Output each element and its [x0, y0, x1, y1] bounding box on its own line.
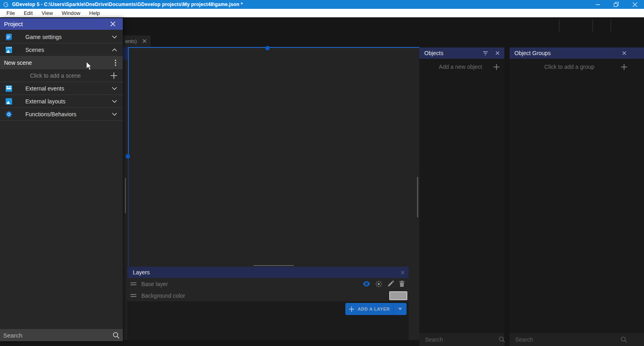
restore-button[interactable] [607, 0, 625, 9]
menu-edit[interactable]: Edit [19, 9, 37, 17]
chevron-down-icon [112, 113, 117, 116]
project-section-scenes[interactable]: Scenes [0, 43, 123, 56]
section-label: External events [25, 85, 64, 92]
project-section-functions-behaviors[interactable]: Functions/Behaviors [0, 108, 123, 121]
chevron-down-icon [112, 35, 117, 39]
panel-resize-handle[interactable] [254, 265, 294, 266]
object-groups-search-bar [510, 333, 644, 346]
search-icon[interactable] [621, 336, 627, 343]
layers-panel-header: Layers [127, 267, 409, 278]
add-scene-label: Click to add a scene [0, 72, 111, 79]
visibility-eye-icon[interactable] [363, 281, 370, 287]
selection-handle-left[interactable] [126, 154, 130, 159]
add-layer-label: ADD A LAYER [358, 307, 390, 311]
layer-actions [389, 291, 409, 300]
objects-panel: Objects Add a new object [419, 47, 504, 346]
tab-label: ents) [125, 38, 137, 44]
layer-row-background[interactable]: Background color [127, 290, 409, 301]
project-panel-title: Project [4, 21, 23, 27]
project-section-external-layouts[interactable]: External layouts [0, 95, 123, 108]
add-layer-dropdown[interactable] [394, 303, 407, 315]
drag-handle-icon[interactable] [130, 282, 136, 285]
section-label: External layouts [25, 98, 66, 105]
mouse-cursor [86, 61, 92, 72]
add-object-plus-icon[interactable] [493, 64, 500, 70]
object-groups-panel-header: Object Groups [510, 47, 644, 59]
project-panel-header: Project [0, 18, 123, 30]
project-section-game-settings[interactable]: Game settings [0, 31, 123, 43]
project-section-external-events[interactable]: External events [0, 82, 123, 95]
external-layouts-icon [5, 98, 12, 105]
window-title: GDevelop 5 - C:\Users\Sparkle\OneDrive\D… [12, 2, 243, 7]
selection-handle-top[interactable] [265, 46, 270, 50]
menu-file[interactable]: File [2, 9, 19, 17]
add-scene-row[interactable]: Click to add a scene [0, 69, 123, 82]
layer-name: Background color [141, 292, 185, 299]
layers-panel-title: Layers [133, 269, 150, 276]
menu-window[interactable]: Window [57, 9, 85, 17]
add-group-plus-icon[interactable] [621, 64, 627, 70]
external-events-icon [5, 85, 12, 92]
add-object-row[interactable]: Add a new object [419, 61, 504, 72]
menu-bar: File Edit View Window Help [0, 9, 644, 17]
add-scene-plus-icon[interactable] [111, 72, 117, 79]
project-close-icon[interactable] [110, 21, 116, 27]
selection-border-left [128, 47, 129, 159]
kebab-menu-icon[interactable] [115, 60, 116, 66]
edit-pencil-icon[interactable] [387, 280, 394, 287]
objects-close-icon[interactable] [495, 51, 500, 55]
vertical-scrollbar-left[interactable] [125, 178, 126, 213]
tab-underline-remnant [123, 47, 128, 60]
section-label: Game settings [25, 34, 62, 40]
layer-row-base[interactable]: Base layer [127, 278, 409, 290]
add-group-row[interactable]: Click to add a group [510, 61, 644, 72]
selection-border-left-lower [128, 159, 129, 267]
add-layer-main[interactable]: ADD A LAYER [345, 303, 393, 315]
object-groups-close-icon[interactable] [622, 51, 626, 55]
layer-name: Base layer [141, 281, 168, 287]
gdevelop-logo-icon [2, 1, 9, 8]
add-group-label: Click to add a group [518, 64, 621, 70]
background-color-swatch[interactable] [389, 291, 407, 300]
project-search-bar [0, 329, 123, 341]
tab-scene-events[interactable]: ents) [123, 35, 151, 47]
layer-effects-icon[interactable] [375, 280, 382, 288]
drag-handle-icon[interactable] [130, 294, 136, 297]
vertical-scrollbar-right[interactable] [417, 177, 418, 217]
objects-panel-title: Objects [424, 50, 443, 56]
objects-search-bar [419, 333, 504, 346]
object-groups-panel-title: Object Groups [514, 50, 551, 56]
gdevelop-window: GDevelop 5 - C:\Users\Sparkle\OneDrive\D… [0, 0, 644, 346]
chevron-down-icon [112, 87, 117, 90]
selection-border-top [128, 47, 419, 48]
add-layer-button[interactable]: ADD A LAYER [345, 303, 407, 315]
toolbar-separator [592, 19, 593, 32]
close-button[interactable] [625, 0, 644, 9]
chevron-up-icon [112, 48, 117, 51]
search-icon[interactable] [499, 336, 505, 343]
layers-close-icon[interactable] [401, 271, 405, 274]
scene-item-new-scene[interactable]: New scene [0, 56, 123, 69]
project-panel: Project Game settings Scenes [0, 18, 123, 341]
menu-help[interactable]: Help [85, 9, 105, 17]
tab-close-icon[interactable] [142, 39, 147, 43]
scene-name: New scene [4, 60, 32, 66]
object-groups-search-input[interactable] [514, 336, 621, 343]
delete-trash-icon[interactable] [399, 280, 405, 287]
layer-actions [363, 280, 409, 288]
scenes-icon [5, 46, 12, 54]
game-settings-icon [5, 33, 12, 41]
search-icon[interactable] [113, 332, 120, 339]
objects-search-input[interactable] [424, 336, 499, 343]
section-label: Scenes [25, 47, 44, 53]
section-label: Functions/Behaviors [25, 111, 76, 117]
layers-panel: Layers Base layer [127, 267, 409, 340]
filter-icon[interactable] [483, 51, 488, 56]
title-bar: GDevelop 5 - C:\Users\Sparkle\OneDrive\D… [0, 0, 644, 9]
toolbar-separator [559, 19, 559, 32]
functions-behaviors-icon [5, 111, 12, 118]
minimize-button[interactable] [588, 0, 607, 9]
project-search-input[interactable] [2, 332, 113, 339]
menu-view[interactable]: View [37, 9, 57, 17]
toolbar-separator [611, 19, 611, 32]
